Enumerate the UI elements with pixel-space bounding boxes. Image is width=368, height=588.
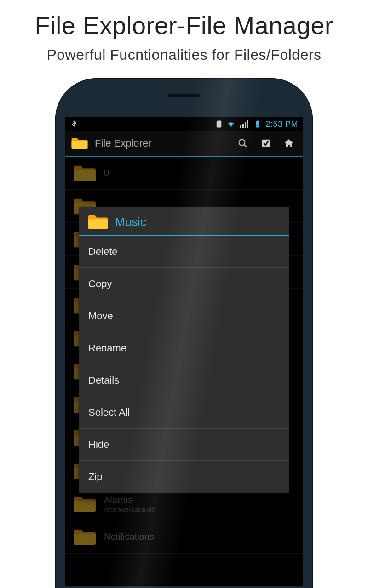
home-icon[interactable] xyxy=(281,135,297,152)
promo-subtitle: Powerful Fucntionalities for Files/Folde… xyxy=(0,46,368,63)
signal-icon xyxy=(239,120,250,128)
context-menu-item[interactable]: Copy xyxy=(79,268,289,300)
svg-line-1 xyxy=(244,145,247,147)
context-menu-item[interactable]: Hide xyxy=(79,429,289,461)
device-screen: 2:53 PM File Explorer 0Alarms/storage/sd… xyxy=(65,117,303,586)
toolbar-title: File Explorer xyxy=(95,137,228,149)
context-menu-title: Music xyxy=(115,215,146,229)
context-menu-item[interactable]: Details xyxy=(79,364,289,396)
context-menu-item[interactable]: Select All xyxy=(79,396,289,429)
context-menu-item[interactable]: Move xyxy=(79,300,289,332)
context-menu-list: DeleteCopyMoveRenameDetailsSelect AllHid… xyxy=(79,236,289,493)
context-menu: Music DeleteCopyMoveRenameDetailsSelect … xyxy=(79,207,289,493)
promo-title: File Explorer-File Manager xyxy=(0,11,368,40)
app-folder-icon xyxy=(71,136,88,150)
usb-icon xyxy=(70,120,78,128)
folder-icon xyxy=(87,214,109,230)
svg-rect-2 xyxy=(262,140,270,147)
context-menu-item[interactable]: Rename xyxy=(79,332,289,364)
battery-icon xyxy=(253,120,262,128)
status-bar: 2:53 PM xyxy=(65,117,303,131)
device-frame: 2:53 PM File Explorer 0Alarms/storage/sd… xyxy=(55,78,313,588)
wifi-icon xyxy=(227,120,235,128)
svg-point-0 xyxy=(239,140,245,146)
status-clock: 2:53 PM xyxy=(265,119,298,129)
sim-alert-icon xyxy=(215,120,223,128)
search-icon[interactable] xyxy=(235,135,251,152)
context-menu-item[interactable]: Zip xyxy=(79,461,289,493)
app-toolbar: File Explorer xyxy=(65,131,303,157)
select-icon[interactable] xyxy=(258,135,274,152)
context-menu-item[interactable]: Delete xyxy=(79,236,289,268)
context-menu-header: Music xyxy=(79,207,289,236)
